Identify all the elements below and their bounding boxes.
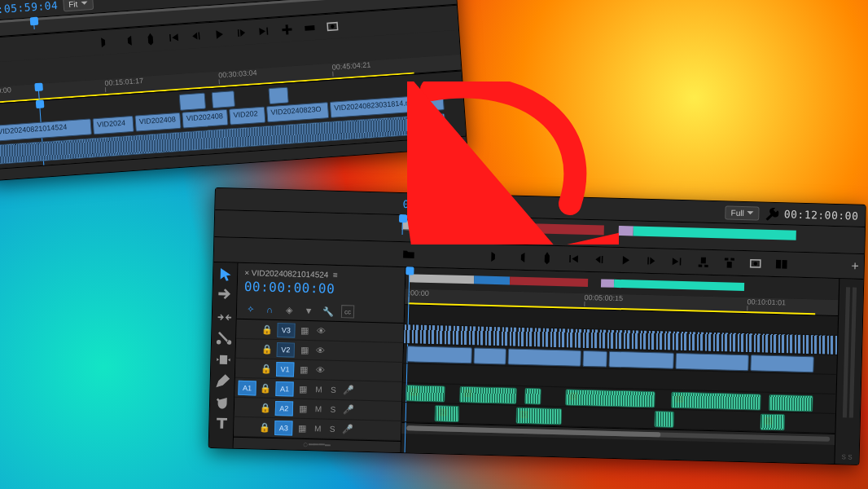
marker-icon[interactable] xyxy=(142,32,158,47)
visibility-icon[interactable]: 👁 xyxy=(314,324,327,337)
go-start-icon[interactable] xyxy=(165,30,181,46)
step-fwd-icon[interactable] xyxy=(234,25,249,41)
compare-icon[interactable] xyxy=(774,257,789,271)
add-button[interactable]: + xyxy=(851,258,859,273)
svg-point-7 xyxy=(753,262,757,266)
mark-out-icon[interactable] xyxy=(120,33,135,48)
ripple-edit-tool-icon[interactable] xyxy=(215,308,234,327)
marker-icon[interactable] xyxy=(540,250,555,265)
wrench-icon[interactable] xyxy=(765,206,779,221)
go-end-icon[interactable] xyxy=(256,24,272,39)
go-start-icon[interactable] xyxy=(566,251,581,266)
overwrite-icon[interactable] xyxy=(302,20,318,36)
solo-toggle[interactable]: S xyxy=(327,385,339,394)
marker-tico[interactable]: ▼ xyxy=(302,304,315,317)
prog-timecode-right[interactable]: 00:12:00:00 xyxy=(784,208,859,222)
prog-fit-dropdown[interactable]: Fit xyxy=(482,199,513,214)
folder-icon[interactable] xyxy=(401,247,416,262)
hand-tool-icon[interactable] xyxy=(213,393,231,412)
track-target[interactable]: A3 xyxy=(274,421,292,436)
tracks-area: :00:00 00:05:00:15 00:10:01:01 xyxy=(401,267,840,464)
mute-toggle[interactable]: M xyxy=(313,404,324,413)
preview-playhead[interactable] xyxy=(33,18,35,29)
insert-icon[interactable] xyxy=(279,22,295,37)
video-clip[interactable]: VID20240821014524 xyxy=(0,118,92,141)
ruler-mark: 00:45:04:21 xyxy=(331,60,370,71)
selection-tool-icon[interactable] xyxy=(216,266,235,284)
lock-icon[interactable]: 🔒 xyxy=(258,421,271,434)
marker-span-icon[interactable]: ◈ xyxy=(283,303,296,316)
play-icon[interactable] xyxy=(211,27,226,42)
razor-tool-icon[interactable] xyxy=(214,329,233,348)
track-target[interactable]: V2 xyxy=(277,342,295,358)
voiceover-icon[interactable]: 🎤 xyxy=(342,403,355,416)
sync-lock-icon[interactable]: ▦ xyxy=(298,324,311,337)
video-clip[interactable] xyxy=(268,87,288,105)
step-back-icon[interactable] xyxy=(188,29,204,44)
prog-full-dropdown[interactable]: Full xyxy=(725,205,760,220)
lock-icon[interactable]: 🔒 xyxy=(259,381,272,394)
voiceover-icon[interactable]: 🎤 xyxy=(342,384,355,397)
visibility-icon[interactable]: 👁 xyxy=(313,363,327,377)
step-back-icon[interactable] xyxy=(592,252,607,267)
lock-icon[interactable]: 🔒 xyxy=(259,401,272,414)
play-icon[interactable] xyxy=(618,253,633,267)
lock-icon[interactable]: 🔒 xyxy=(261,323,274,336)
track-target[interactable]: V3 xyxy=(277,323,295,338)
video-clip[interactable] xyxy=(179,93,206,111)
go-end-icon[interactable] xyxy=(670,254,685,269)
voiceover-icon[interactable]: 🎤 xyxy=(341,423,354,436)
video-clip[interactable]: VID20240823O xyxy=(266,102,329,122)
cc-icon[interactable]: cc xyxy=(341,305,354,318)
ruler-mark: :00:00 xyxy=(409,289,429,297)
video-clip[interactable]: VID202 xyxy=(229,107,265,126)
wrench-tico[interactable]: 🔧 xyxy=(322,304,335,317)
camera-icon[interactable] xyxy=(748,256,763,271)
export-frame-icon[interactable] xyxy=(325,19,340,34)
video-clip[interactable] xyxy=(212,90,235,108)
sync-lock-icon[interactable]: ▦ xyxy=(298,343,311,356)
scope-icon[interactable] xyxy=(0,67,2,82)
lock-icon[interactable]: 🔒 xyxy=(261,342,274,355)
mark-in-icon[interactable] xyxy=(488,249,502,264)
video-clip[interactable]: VID202408 xyxy=(134,112,181,132)
video-clip[interactable]: VID202408 xyxy=(182,109,228,129)
track-target[interactable]: V1 xyxy=(276,362,294,377)
track-select-tool-icon[interactable] xyxy=(216,287,235,306)
slip-tool-icon[interactable] xyxy=(214,350,233,369)
mute-toggle[interactable]: M xyxy=(312,424,323,433)
ruler-playhead[interactable] xyxy=(37,84,39,99)
sync-lock-icon[interactable]: ▦ xyxy=(296,382,309,395)
mark-in-icon[interactable] xyxy=(97,34,112,50)
timecode-display[interactable]: 00:05:59:04 xyxy=(0,0,59,16)
lock-icon[interactable]: 🔒 xyxy=(260,362,273,375)
snap-icon[interactable]: ✧ xyxy=(243,302,256,315)
extract-icon[interactable] xyxy=(722,255,737,270)
visibility-icon[interactable]: 👁 xyxy=(314,344,327,357)
ruler-mark: 00:05:00:15 xyxy=(584,293,623,302)
track-target[interactable]: A1 xyxy=(275,381,293,397)
mark-out-icon[interactable] xyxy=(514,250,528,265)
ruler-mark: 00:30:03:04 xyxy=(218,68,257,79)
sync-lock-icon[interactable]: ▦ xyxy=(296,421,309,434)
video-clip[interactable]: VID2024 xyxy=(92,116,134,134)
sync-lock-icon[interactable]: ▦ xyxy=(296,402,309,415)
meter-labels: S S xyxy=(835,453,858,461)
sync-lock-icon[interactable]: ▦ xyxy=(297,363,310,376)
track-target[interactable]: A2 xyxy=(275,401,293,416)
mute-toggle[interactable]: M xyxy=(313,385,324,394)
solo-toggle[interactable]: S xyxy=(327,425,338,434)
svg-rect-0 xyxy=(305,25,314,31)
lift-icon[interactable] xyxy=(696,254,711,269)
fit-dropdown[interactable]: Fit xyxy=(63,0,94,12)
link-icon[interactable]: ∩ xyxy=(263,303,276,316)
type-tool-icon[interactable] xyxy=(213,414,231,433)
meter-r xyxy=(849,288,857,418)
step-fwd-icon[interactable] xyxy=(644,253,659,268)
source-patch[interactable]: A1 xyxy=(238,380,256,395)
timeline-colorbar[interactable] xyxy=(409,274,744,291)
prog-timecode-left[interactable]: 00:00:00:00 xyxy=(402,198,477,212)
solo-toggle[interactable]: S xyxy=(327,405,339,414)
main-timecode[interactable]: 00:00:00:00 xyxy=(244,279,335,297)
pen-tool-icon[interactable] xyxy=(213,372,232,390)
